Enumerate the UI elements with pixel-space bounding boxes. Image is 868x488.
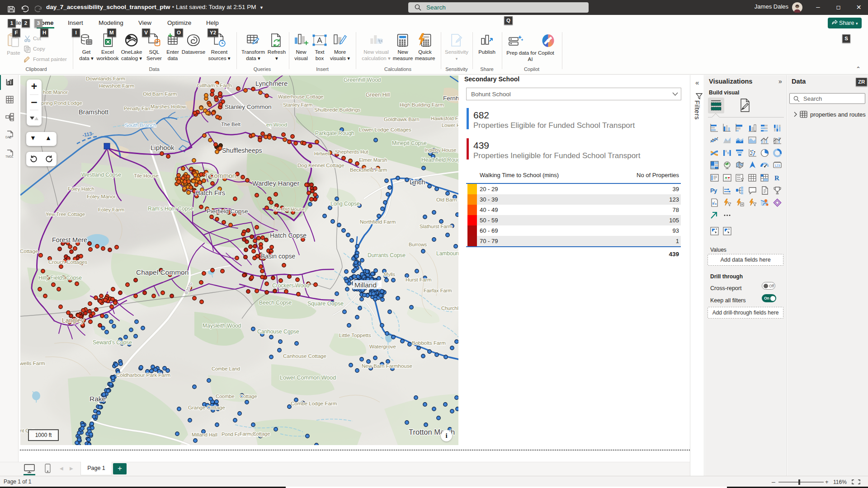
svg-text:Hewshott Farm: Hewshott Farm (99, 83, 134, 89)
svg-text:Canhouse Cottage: Canhouse Cottage (283, 353, 326, 359)
svg-text:Greenhill Wood: Greenhill Wood (344, 77, 381, 83)
svg-text:South Branch: South Branch (125, 122, 156, 128)
svg-text:Fairfax Farm: Fairfax Farm (424, 288, 452, 293)
svg-text:Cottage: Cottage (240, 394, 257, 399)
svg-text:Crouch Cottages: Crouch Cottages (48, 259, 88, 265)
svg-text:Bramshott: Bramshott (79, 108, 108, 116)
svg-text:New Barn Farmhouse: New Barn Farmhouse (362, 363, 412, 369)
svg-text:Langley: Langley (62, 317, 84, 324)
svg-text:Tile House: Tile House (134, 173, 159, 178)
svg-text:Long Copse: Long Copse (330, 201, 360, 207)
svg-text:Lynchmere: Lynchmere (255, 80, 288, 87)
svg-text:pring Pond Lodge: pring Pond Lodge (41, 100, 82, 106)
svg-text:Foley Farm: Foley Farm (98, 207, 124, 212)
svg-text:Coldharbour Park Farm: Coldharbour Park Farm (116, 372, 170, 378)
svg-text:Combe Land: Combe Land (212, 366, 240, 371)
svg-text:Old Barn Farm: Old Barn Farm (143, 91, 177, 97)
svg-text:Stanley Farm: Stanley Farm (283, 102, 312, 108)
svg-text:Foley Manor: Foley Manor (87, 194, 116, 199)
svg-text:Parkgate Rough: Parkgate Rough (315, 130, 354, 136)
svg-text:Dog Kennel Cottage: Dog Kennel Cottage (297, 163, 344, 168)
svg-text:f Common: f Common (206, 172, 236, 179)
svg-text:Crockers Wood: Crockers Wood (272, 282, 309, 289)
svg-text:Liphook: Liphook (151, 144, 175, 151)
svg-text:Pierfield Copse: Pierfield Copse (207, 208, 248, 215)
svg-text:Maysleith Wood: Maysleith Wood (203, 323, 241, 329)
svg-text:The Old House: The Old House (273, 206, 305, 212)
svg-text:Marshes Hollow: Marshes Hollow (151, 104, 186, 109)
svg-text:Canhouse Copse: Canhouse Copse (257, 328, 299, 335)
svg-text:Churchla: Churchla (441, 305, 458, 311)
svg-text:Elmer Marsh: Elmer Marsh (359, 157, 387, 163)
svg-text:Lower Ha: Lower Ha (442, 122, 458, 128)
svg-text:wells Farm: wells Farm (20, 361, 45, 366)
svg-text:Square Copse: Square Copse (307, 300, 344, 307)
svg-text:Waterhouse Cottage: Waterhouse Cottage (278, 94, 323, 99)
svg-text:Westland Copse: Westland Copse (81, 172, 121, 178)
svg-text:Green Hill: Green Hill (366, 92, 390, 98)
svg-text:Burrows: Burrows (409, 242, 427, 247)
svg-text:Grange Cottage: Grange Cottage (188, 405, 225, 410)
svg-text:Seward's Copse: Seward's Copse (93, 339, 132, 346)
svg-text:Stanley Common: Stanley Common (225, 103, 272, 110)
svg-text:Becksfield Farm: Becksfield Farm (350, 167, 387, 173)
svg-text:Durrants Copse: Durrants Copse (368, 252, 406, 258)
svg-text:en Wood: en Wood (266, 122, 287, 127)
svg-text:Shulbrede Buildings: Shulbrede Buildings (314, 107, 361, 113)
svg-text:Hatch Firs: Hatch Firs (195, 189, 225, 197)
svg-text:Hurst Farm: Hurst Farm (406, 277, 432, 282)
svg-text:TMDL: TMDL (5, 155, 14, 158)
svg-text:123: 123 (774, 164, 780, 168)
svg-text:Lambourn: Lambourn (436, 250, 458, 257)
svg-text:Ram's Horn Copse: Ram's Horn Copse (148, 206, 193, 212)
svg-text:Hawksfold Farm: Hawksfold Farm (431, 116, 458, 121)
svg-text:Bobbolts Farm: Bobbolts Farm (412, 340, 446, 346)
svg-text:Py: Py (710, 188, 717, 194)
svg-text:Farm Cottage: Farm Cottage (240, 431, 270, 436)
svg-text:The Belt: The Belt (221, 122, 241, 127)
svg-text:Lower Common Wood: Lower Common Wood (280, 375, 336, 381)
svg-text:Cottage: Cottage (20, 249, 38, 254)
svg-text:Watergrove: Watergrove (369, 344, 396, 349)
svg-text:Lower Lodge Cottages: Lower Lodge Cottages (359, 127, 411, 132)
svg-text:hott Manor: hott Manor (43, 89, 68, 95)
svg-text:Forest Mere: Forest Mere (52, 236, 87, 244)
svg-text:Hirtwell: Hirtwell (314, 151, 330, 156)
svg-text:Old Barn C: Old Barn C (436, 197, 458, 202)
svg-text:Yew Tree Cottage: Yew Tree Cottage (46, 211, 85, 217)
svg-text:Foley Hatch: Foley Hatch (68, 186, 94, 192)
svg-text:Slathurst Farm: Slathurst Farm (420, 224, 452, 229)
svg-text:Goldhawk Barn: Goldhawk Barn (384, 117, 420, 122)
svg-text:Northfield Farm: Northfield Farm (360, 219, 396, 225)
svg-text:Ingleby House: Ingleby House (425, 147, 456, 153)
svg-text:R: R (774, 174, 779, 182)
svg-text:Combe Lodge Farm: Combe Lodge Farm (291, 401, 337, 406)
svg-text:Rake: Rake (90, 395, 106, 403)
svg-text:Linch: Linch (410, 178, 425, 186)
svg-text:Shufflesheeps: Shufflesheeps (222, 147, 262, 154)
svg-text:Little Toppetts: Little Toppetts (339, 333, 371, 338)
svg-text:Basin copse: Basin copse (261, 253, 295, 260)
svg-text:Milland: Milland (354, 281, 377, 289)
svg-text:Milland Hall: Milland Hall (192, 432, 217, 437)
svg-text:Fernhurst: Fernhurst (443, 95, 458, 102)
svg-text:Heathfield Rough: Heathfield Rough (421, 157, 458, 163)
svg-text:Wardley Hanger: Wardley Hanger (252, 180, 299, 187)
svg-text:Coombe: Coombe (216, 394, 235, 399)
svg-text:Shepherds Hut: Shepherds Hut (335, 149, 368, 155)
svg-text:Beech Copse: Beech Copse (259, 300, 292, 306)
svg-text:Gillham's Farm: Gillham's Farm (197, 83, 232, 88)
svg-text:Downlands Farm: Downlands Farm (86, 76, 125, 81)
svg-text:Hatch Copse: Hatch Copse (270, 232, 307, 239)
svg-text:Mylls: Mylls (384, 272, 396, 277)
svg-text:Penally Farm: Penally Farm (124, 106, 153, 111)
svg-text:Chapel Common: Chapel Common (136, 268, 189, 276)
svg-text:High Building Farm: High Building Farm (400, 102, 444, 108)
svg-text:Hilly Fields Copse: Hilly Fields Copse (38, 275, 82, 281)
svg-text:Minepit Copse: Minepit Copse (392, 140, 427, 146)
